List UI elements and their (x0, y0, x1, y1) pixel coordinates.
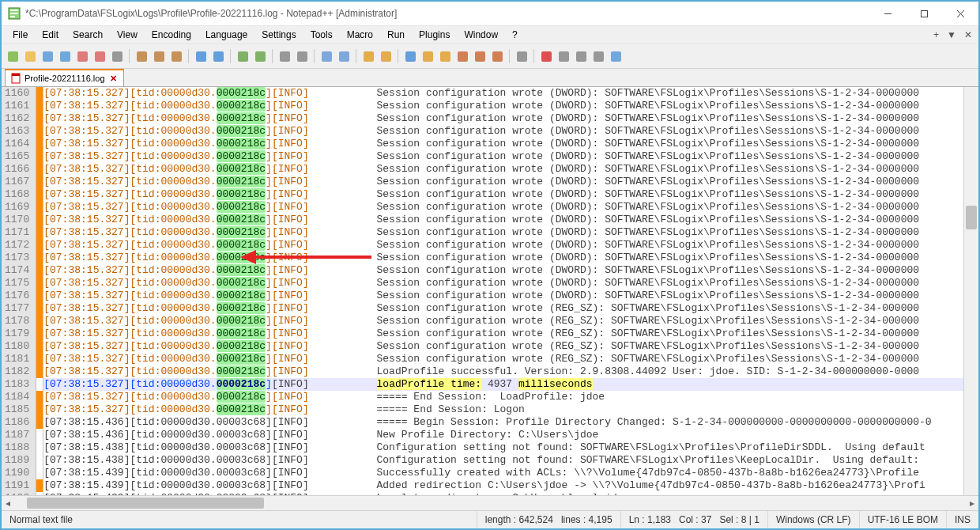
menu-file[interactable]: File (6, 28, 34, 42)
vertical-scrollbar[interactable] (963, 87, 978, 495)
status-filetype: Normal text file (2, 511, 477, 528)
toolbar-rec-icon[interactable] (538, 48, 554, 64)
status-encoding[interactable]: UTF-16 LE BOM (860, 511, 947, 528)
menu-run[interactable]: Run (381, 28, 411, 42)
toolbar-zoomout-icon[interactable] (294, 48, 310, 64)
log-line: [07:38:15.439][tid:00000d30.00003c68][IN… (43, 467, 963, 479)
toolbar-replace-icon[interactable] (252, 48, 268, 64)
toolbar-playm-icon[interactable] (590, 48, 606, 64)
menu-language[interactable]: Language (199, 28, 254, 42)
menu-tools[interactable]: Tools (304, 28, 339, 42)
tab-label: Profile-20221116.log (24, 74, 105, 83)
menu-encoding[interactable]: Encoding (145, 28, 198, 42)
menu-view[interactable]: View (111, 28, 144, 42)
toolbar-syncv-icon[interactable] (336, 48, 352, 64)
close-panel-icon[interactable]: ✕ (964, 29, 972, 40)
toolbar (2, 44, 978, 69)
minimize-button[interactable] (869, 2, 906, 25)
menu-bar: FileEditSearchViewEncodingLanguageSettin… (2, 25, 978, 44)
svg-rect-13 (95, 51, 105, 62)
hscroll-left-arrow-icon[interactable]: ◂ (2, 498, 14, 509)
toolbar-redo-icon[interactable] (210, 48, 226, 64)
toolbar-wrap-icon[interactable] (360, 48, 376, 64)
toolbar-paste-icon[interactable] (168, 48, 184, 64)
log-line: [07:38:15.327][tid:00000d30.0000218c][IN… (43, 150, 963, 163)
toolbar-doc-icon[interactable] (454, 48, 470, 64)
menu-settings[interactable]: Settings (255, 28, 302, 42)
vertical-scroll-thumb[interactable] (966, 206, 977, 229)
log-line: [07:38:15.327][tid:00000d30.0000218c][IN… (43, 138, 963, 150)
toolbar-play-icon[interactable] (573, 48, 589, 64)
log-line: [07:38:15.327][tid:00000d30.0000218c][IN… (43, 353, 963, 365)
menu-macro[interactable]: Macro (341, 28, 379, 42)
svg-rect-18 (196, 51, 206, 62)
status-caret: Ln : 1,183 Col : 37 Sel : 8 | 1 (621, 511, 768, 528)
toolbar-fold-icon[interactable] (437, 48, 453, 64)
file-tab[interactable]: Profile-20221116.log ✕ (5, 69, 124, 86)
log-line: [07:38:15.438][tid:00000d30.00003c68][IN… (43, 454, 963, 467)
toolbar-map-icon[interactable] (489, 48, 505, 64)
log-line: [07:38:15.327][tid:00000d30.0000218c][IN… (43, 378, 963, 391)
log-line: [07:38:15.327][tid:00000d30.0000218c][IN… (43, 277, 963, 290)
toolbar-close-icon[interactable] (74, 48, 90, 64)
code-content[interactable]: [07:38:15.327][tid:00000d30.0000218c][IN… (43, 87, 963, 495)
toolbar-print-icon[interactable] (109, 48, 125, 64)
svg-rect-16 (154, 51, 164, 62)
svg-rect-22 (280, 51, 290, 62)
title-bar[interactable]: *C:\ProgramData\FSLogix\Logs\Profile\Pro… (2, 2, 978, 25)
toolbar-open-icon[interactable] (22, 48, 38, 64)
plus-icon[interactable]: + (933, 29, 939, 40)
tab-close-icon[interactable]: ✕ (108, 74, 119, 84)
window-title: *C:\ProgramData\FSLogix\Logs\Profile\Pro… (25, 8, 869, 19)
svg-rect-28 (405, 51, 416, 62)
toolbar-func-icon[interactable] (420, 48, 435, 64)
toolbar-sync-icon[interactable] (318, 48, 334, 64)
log-line: [07:38:15.327][tid:00000d30.0000218c][IN… (43, 100, 963, 112)
toolbar-saveall-icon[interactable] (57, 48, 73, 64)
status-overwrite[interactable]: INS (947, 511, 978, 528)
menu-window[interactable]: Window (458, 28, 504, 42)
hscroll-track[interactable] (27, 498, 953, 509)
log-line: [07:38:15.327][tid:00000d30.0000218c][IN… (43, 214, 963, 226)
svg-rect-29 (423, 51, 433, 62)
menu-edit[interactable]: Edit (36, 28, 65, 42)
menu-plugins[interactable]: Plugins (413, 28, 456, 42)
toolbar-closeall-icon[interactable] (92, 48, 107, 64)
toolbar-allchars-icon[interactable] (378, 48, 394, 64)
svg-rect-34 (517, 51, 527, 62)
maximize-button[interactable] (906, 2, 942, 25)
log-line: [07:38:15.327][tid:00000d30.0000218c][IN… (43, 365, 963, 378)
close-button[interactable] (942, 2, 978, 25)
toolbar-zoomin-icon[interactable] (277, 48, 292, 64)
log-line: [07:38:15.327][tid:00000d30.0000218c][IN… (43, 87, 963, 100)
svg-rect-14 (112, 51, 122, 62)
toolbar-new-icon[interactable] (5, 48, 21, 64)
svg-rect-2 (10, 13, 18, 14)
log-line: [07:38:15.327][tid:00000d30.0000218c][IN… (43, 125, 963, 138)
toolbar-indent-icon[interactable] (402, 48, 418, 64)
hscroll-thumb[interactable] (27, 498, 264, 509)
toolbar-savem-icon[interactable] (608, 48, 624, 64)
tab-bar: Profile-20221116.log ✕ (2, 69, 978, 87)
svg-rect-1 (10, 9, 18, 11)
toolbar-undo-icon[interactable] (193, 48, 209, 64)
toolbar-eye-icon[interactable] (514, 48, 530, 64)
toolbar-save-icon[interactable] (40, 48, 55, 64)
menu-search[interactable]: Search (66, 28, 109, 42)
status-eol[interactable]: Windows (CR LF) (768, 511, 860, 528)
toolbar-stop-icon[interactable] (556, 48, 571, 64)
toolbar-find-icon[interactable] (235, 48, 251, 64)
chevron-down-icon[interactable]: ▼ (947, 29, 956, 40)
log-line: [07:38:15.327][tid:00000d30.0000218c][IN… (43, 403, 963, 416)
toolbar-doc2-icon[interactable] (472, 48, 488, 64)
log-line: [07:38:15.327][tid:00000d30.0000218c][IN… (43, 264, 963, 277)
log-line: [07:38:15.327][tid:00000d30.0000218c][IN… (43, 226, 963, 239)
log-line: [07:38:15.327][tid:00000d30.0000218c][IN… (43, 302, 963, 315)
hscroll-right-arrow-icon[interactable]: ▸ (966, 498, 978, 509)
log-line: [07:38:15.327][tid:00000d30.0000218c][IN… (43, 176, 963, 188)
horizontal-scrollbar[interactable]: ◂ ▸ (2, 495, 978, 510)
toolbar-copy-icon[interactable] (151, 48, 167, 64)
toolbar-cut-icon[interactable] (134, 48, 149, 64)
menu-[interactable]: ? (506, 28, 524, 42)
log-line: [07:38:15.327][tid:00000d30.0000218c][IN… (43, 163, 963, 176)
